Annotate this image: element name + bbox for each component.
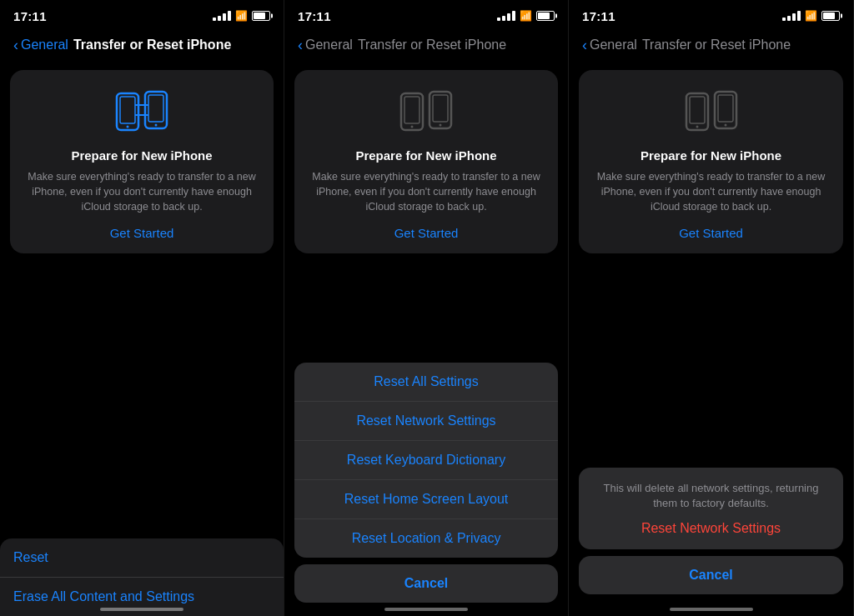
get-started-link-2[interactable]: Get Started <box>394 226 459 240</box>
status-icons-3: 📶 <box>782 10 840 22</box>
svg-rect-7 <box>404 97 419 123</box>
back-label-1: General <box>21 38 68 53</box>
nav-title-1: Transfer or Reset iPhone <box>73 38 231 53</box>
phone-panel-1: 17:11 📶 ‹ General Transfer or Reset iPho… <box>0 0 284 616</box>
phone-transfer-icon-2 <box>399 87 453 137</box>
battery-icon-2 <box>536 11 555 21</box>
back-button-3[interactable]: ‹ General <box>582 37 637 54</box>
reset-menu-cancel-wrapper: Cancel <box>294 564 558 603</box>
svg-rect-13 <box>690 97 705 123</box>
chevron-left-icon-3: ‹ <box>582 37 587 54</box>
reset-menu-container: Reset All Settings Reset Network Setting… <box>284 267 568 616</box>
panel-1-content: Prepare for New iPhone Make sure everyth… <box>0 63 284 616</box>
svg-point-5 <box>155 124 158 127</box>
status-time-2: 17:11 <box>298 9 331 23</box>
card-desc-1: Make sure everything's ready to transfer… <box>23 169 260 214</box>
home-indicator-3 <box>670 608 753 611</box>
nav-bar-1: ‹ General Transfer or Reset iPhone <box>0 30 284 63</box>
confirm-top: This will delete all network settings, r… <box>579 468 843 549</box>
phone-transfer-icon-3 <box>685 87 738 137</box>
status-time-1: 17:11 <box>13 9 47 23</box>
status-bar-2: 17:11 📶 <box>284 0 568 30</box>
phone-transfer-icon-1 <box>115 87 168 137</box>
status-bar-1: 17:11 📶 <box>0 0 284 30</box>
signal-icon-1 <box>213 11 231 21</box>
back-button-2[interactable]: ‹ General <box>298 37 353 54</box>
svg-rect-4 <box>148 95 163 122</box>
status-icons-2: 📶 <box>497 10 555 22</box>
svg-point-8 <box>411 126 414 128</box>
get-started-link-1[interactable]: Get Started <box>110 226 174 240</box>
phone-panel-2: 17:11 📶 ‹ General Transfer or Reset iPho… <box>284 0 569 616</box>
battery-icon-1 <box>252 11 270 21</box>
card-desc-3: Make sure everything's ready to transfer… <box>592 169 830 214</box>
get-started-link-3[interactable]: Get Started <box>679 226 743 240</box>
signal-icon-3 <box>782 11 801 21</box>
card-title-1: Prepare for New iPhone <box>71 148 212 163</box>
svg-rect-10 <box>433 95 448 122</box>
confirm-cancel-button[interactable]: Cancel <box>579 556 843 594</box>
bottom-list-1: Reset Erase All Content and Settings <box>0 538 284 616</box>
nav-title-2: Transfer or Reset iPhone <box>358 38 506 53</box>
confirm-area: This will delete all network settings, r… <box>569 267 853 616</box>
reset-network-settings[interactable]: Reset Network Settings <box>294 402 558 441</box>
chevron-left-icon-2: ‹ <box>298 37 303 54</box>
nav-bar-2: ‹ General Transfer or Reset iPhone <box>284 30 568 63</box>
card-title-3: Prepare for New iPhone <box>640 148 781 163</box>
svg-point-14 <box>696 126 698 128</box>
svg-point-2 <box>127 126 129 128</box>
chevron-left-icon-1: ‹ <box>13 37 18 54</box>
confirm-message: This will delete all network settings, r… <box>592 481 830 511</box>
confirm-dialog: This will delete all network settings, r… <box>579 468 843 601</box>
panel-2-content: Prepare for New iPhone Make sure everyth… <box>284 63 568 616</box>
reset-keyboard-dictionary[interactable]: Reset Keyboard Dictionary <box>294 441 558 480</box>
panel-3-content: Prepare for New iPhone Make sure everyth… <box>569 63 853 616</box>
reset-item[interactable]: Reset <box>0 538 284 578</box>
svg-rect-16 <box>718 95 733 122</box>
wifi-icon-1: 📶 <box>235 10 248 22</box>
reset-home-screen-layout[interactable]: Reset Home Screen Layout <box>294 480 558 519</box>
home-indicator-2 <box>384 608 468 611</box>
back-label-2: General <box>305 38 353 53</box>
reset-network-confirm-button[interactable]: Reset Network Settings <box>592 521 830 536</box>
prepare-card-3: Prepare for New iPhone Make sure everyth… <box>579 70 843 253</box>
reset-all-settings[interactable]: Reset All Settings <box>294 363 558 402</box>
svg-point-17 <box>724 124 726 127</box>
prepare-card-2: Prepare for New iPhone Make sure everyth… <box>294 70 558 253</box>
status-icons-1: 📶 <box>213 10 270 22</box>
status-time-3: 17:11 <box>582 9 615 23</box>
reset-menu: Reset All Settings Reset Network Setting… <box>294 363 558 558</box>
svg-point-11 <box>440 124 442 127</box>
signal-icon-2 <box>497 11 515 21</box>
card-title-2: Prepare for New iPhone <box>355 148 496 163</box>
nav-bar-3: ‹ General Transfer or Reset iPhone <box>569 30 853 63</box>
phone-panel-3: 17:11 📶 ‹ General Transfer or Reset iPho… <box>569 0 854 616</box>
reset-menu-cancel[interactable]: Cancel <box>404 576 448 590</box>
status-bar-3: 17:11 📶 <box>569 0 853 30</box>
home-indicator-1 <box>100 608 183 611</box>
reset-location-privacy[interactable]: Reset Location & Privacy <box>294 519 558 558</box>
prepare-card-1: Prepare for New iPhone Make sure everyth… <box>10 70 274 253</box>
battery-icon-3 <box>821 11 840 21</box>
svg-rect-1 <box>120 97 135 123</box>
back-button-1[interactable]: ‹ General <box>13 37 68 54</box>
back-label-3: General <box>590 38 637 53</box>
card-desc-2: Make sure everything's ready to transfer… <box>308 169 545 214</box>
wifi-icon-3: 📶 <box>805 10 817 22</box>
nav-title-3: Transfer or Reset iPhone <box>642 38 791 53</box>
wifi-icon-2: 📶 <box>520 10 532 22</box>
